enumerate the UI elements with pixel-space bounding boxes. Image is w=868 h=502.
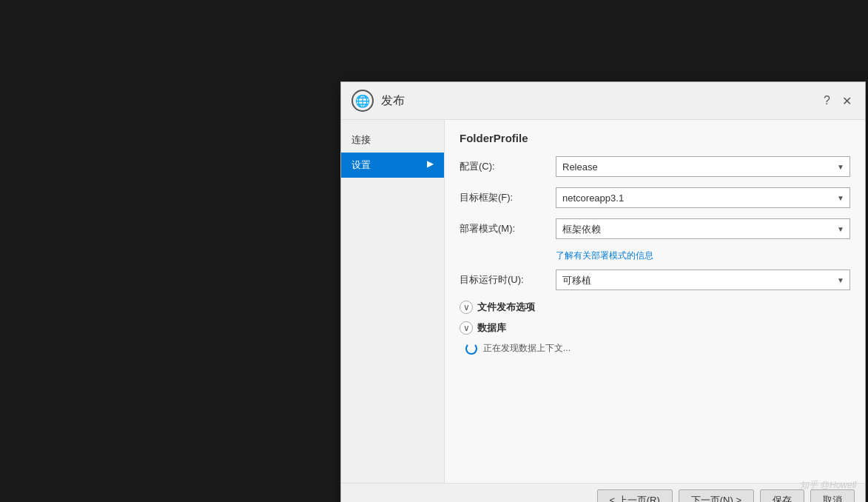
deployment-mode-select-wrapper: 框架依赖 独立 ▼ (556, 218, 850, 239)
close-button[interactable]: ✕ (839, 93, 855, 110)
target-framework-select[interactable]: netcoreapp3.1 (556, 187, 850, 208)
dialog-body: 连接 设置 ▶ FolderProfile 配置(C): Release Deb… (341, 120, 865, 483)
loading-spinner (465, 343, 477, 355)
config-form-label: 配置(C): (460, 160, 556, 173)
dialog-title: 发布 (381, 93, 405, 109)
nav-connect-label: 连接 (351, 134, 371, 145)
nav-settings-label: 设置 (351, 159, 371, 170)
target-runtime-form-control: 可移植 ▼ (556, 270, 850, 290)
target-runtime-form-row: 目标运行时(U): 可移植 ▼ (460, 270, 850, 290)
config-select[interactable]: Release Debug (556, 156, 850, 177)
publish-dialog: 🌐 发布 ? ✕ 连接 设置 ▶ FolderProfile 配置(C): (340, 81, 866, 502)
prev-button[interactable]: < 上一页(R) (597, 489, 673, 502)
database-label: 数据库 (477, 321, 506, 335)
file-publish-section[interactable]: ∨ 文件发布选项 (460, 301, 850, 314)
dialog-nav: 连接 设置 ▶ (341, 120, 445, 483)
deployment-mode-select[interactable]: 框架依赖 独立 (556, 218, 850, 239)
config-form-control: Release Debug ▼ (556, 156, 850, 177)
target-runtime-form-label: 目标运行时(U): (460, 273, 556, 287)
target-framework-select-wrapper: netcoreapp3.1 ▼ (556, 187, 850, 208)
watermark: 知乎 @Howell (800, 479, 856, 492)
dialog-header-right: ? ✕ (821, 93, 855, 110)
config-select-wrapper: Release Debug ▼ (556, 156, 850, 177)
dialog-header-left: 🌐 发布 (351, 90, 405, 112)
target-framework-form-control: netcoreapp3.1 ▼ (556, 187, 850, 208)
target-runtime-select-wrapper: 可移植 ▼ (556, 270, 850, 290)
loading-row: 正在发现数据上下文... (465, 342, 850, 355)
target-framework-form-row: 目标框架(F): netcoreapp3.1 ▼ (460, 187, 850, 208)
dialog-header: 🌐 发布 ? ✕ (341, 82, 865, 120)
file-publish-label: 文件发布选项 (477, 301, 535, 314)
nav-item-settings[interactable]: 设置 ▶ (341, 153, 444, 178)
dialog-footer: < 上一页(R) 下一页(N) > 保存 取消 (341, 483, 865, 502)
target-runtime-select[interactable]: 可移植 (556, 270, 850, 290)
nav-item-connect[interactable]: 连接 (341, 127, 444, 153)
loading-text: 正在发现数据上下文... (483, 342, 571, 355)
dialog-content: FolderProfile 配置(C): Release Debug ▼ 目标框… (445, 120, 865, 483)
save-button[interactable]: 保存 (760, 489, 804, 502)
nav-arrow-icon: ▶ (427, 158, 434, 169)
dialog-profile-name: FolderProfile (460, 132, 850, 144)
database-collapse-icon: ∨ (460, 321, 473, 335)
help-button[interactable]: ? (821, 93, 833, 110)
database-section[interactable]: ∨ 数据库 (460, 321, 850, 335)
config-form-row: 配置(C): Release Debug ▼ (460, 156, 850, 177)
deployment-info-link[interactable]: 了解有关部署模式的信息 (556, 250, 850, 262)
deployment-mode-form-label: 部署模式(M): (460, 222, 556, 235)
deployment-mode-form-row: 部署模式(M): 框架依赖 独立 ▼ (460, 218, 850, 239)
globe-icon: 🌐 (351, 90, 374, 112)
deployment-mode-form-control: 框架依赖 独立 ▼ (556, 218, 850, 239)
target-framework-form-label: 目标框架(F): (460, 191, 556, 204)
file-publish-collapse-icon: ∨ (460, 301, 473, 314)
next-button[interactable]: 下一页(N) > (679, 489, 754, 502)
